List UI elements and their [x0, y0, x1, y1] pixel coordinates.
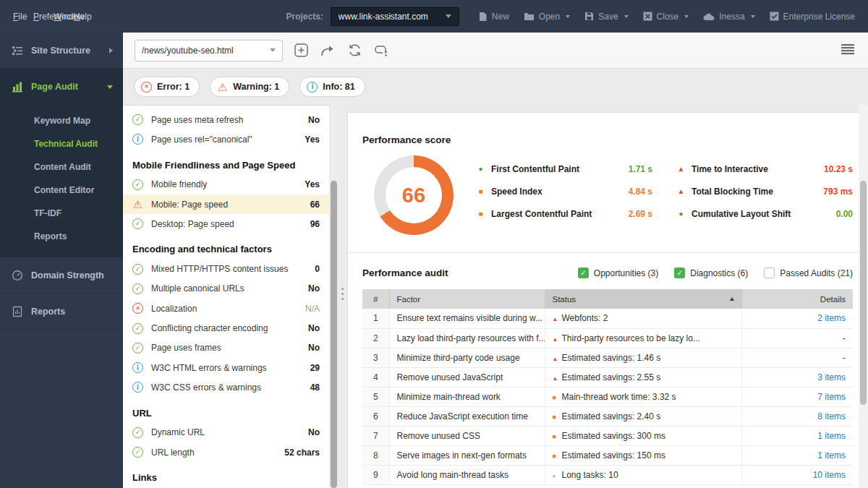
report-scrollbar-thumb[interactable]	[860, 181, 867, 405]
table-row[interactable]: 9 Avoid long main-thread tasks Long task…	[362, 465, 853, 484]
subnav-technical-audit[interactable]: Technical Audit	[0, 132, 123, 155]
metric-value: 1.71 s	[629, 164, 652, 174]
filter-opportunities[interactable]: Opportunities (3)	[578, 267, 658, 278]
factor-row[interactable]: Desktop: Page speed 96	[132, 214, 320, 234]
row-details-link[interactable]: 2 items	[741, 309, 853, 328]
row-details-link[interactable]: 10 items	[741, 465, 853, 484]
performance-audit-header: Performance audit Opportunities (3) Diag…	[362, 267, 853, 278]
menu-preferences[interactable]: Preferences	[33, 12, 41, 21]
factor-row[interactable]: W3C CSS errors & warnings 48	[132, 377, 320, 397]
factor-row[interactable]: Multiple canonical URLs No	[132, 279, 320, 299]
table-row[interactable]: 4 Remove unused JavaScript Estimated sav…	[362, 367, 853, 387]
row-details-link[interactable]: 1 items	[741, 426, 853, 445]
enterprise-license-button[interactable]: Enterprise License	[770, 12, 855, 22]
sidebar-item-site-structure[interactable]: Site Structure	[0, 33, 123, 69]
column-header-status[interactable]: Status	[545, 289, 741, 309]
menu-file[interactable]: File	[13, 12, 21, 21]
factor-row[interactable]: Dynamic URL No	[132, 423, 320, 442]
site-structure-icon	[12, 45, 23, 56]
close-project-button[interactable]: Close	[643, 12, 689, 22]
menu-window[interactable]: Window	[54, 12, 61, 21]
checkbox-checked-icon[interactable]	[578, 267, 589, 278]
factor-row[interactable]: Page uses rel="canonical" Yes	[132, 129, 320, 149]
row-num: 6	[362, 406, 389, 426]
table-row[interactable]: 6 Reduce JavaScript execution time Estim…	[362, 406, 853, 426]
factor-row[interactable]: Conflicting character encoding No	[132, 318, 320, 338]
page-url-select[interactable]: /news/youtube-seo.html	[135, 40, 283, 61]
factor-row[interactable]: Localization N/A	[132, 299, 320, 318]
panel-splitter[interactable]	[341, 288, 344, 300]
passed-icon	[132, 323, 143, 334]
table-row[interactable]: 1 Ensure text remains visible during w..…	[362, 309, 853, 328]
open-project-button[interactable]: Open	[524, 12, 570, 22]
table-row[interactable]: 7 Remove unused CSS Estimated savings: 3…	[362, 426, 853, 445]
subnav-keyword-map[interactable]: Keyword Map	[0, 109, 123, 132]
table-row[interactable]: 8 Serve images in next-gen formats Estim…	[362, 445, 853, 465]
column-header-details[interactable]: Details	[741, 289, 853, 309]
row-details-link[interactable]: 8 items	[741, 406, 853, 426]
factor-value: 96	[310, 219, 320, 229]
factor-label: Localization	[151, 304, 297, 314]
status-text: Estimated savings: 2.55 s	[562, 372, 661, 382]
filter-passed-audits[interactable]: Passed Audits (21)	[764, 267, 853, 278]
info-count-chip[interactable]: Info: 81	[299, 77, 365, 97]
info-icon	[132, 362, 143, 373]
row-factor: Lazy load third-party resources with f..…	[389, 328, 545, 348]
row-factor: Remove unused JavaScript	[389, 367, 545, 387]
subnav-tf-idf[interactable]: TF-IDF	[0, 202, 123, 225]
metric-label: Time to Interactive	[692, 164, 817, 174]
project-select[interactable]: www.link-assistant.com	[331, 7, 459, 26]
performance-score-section: 66 First Contentful Paint 1.71 s	[362, 155, 853, 235]
add-page-button[interactable]	[292, 42, 310, 59]
factors-scrollbar-thumb[interactable]	[331, 181, 337, 488]
error-count-chip[interactable]: Error: 1	[134, 77, 200, 97]
row-details-link[interactable]: 3 items	[741, 367, 853, 387]
view-menu-button[interactable]	[841, 43, 855, 58]
rebuild-project-button[interactable]	[373, 42, 390, 59]
row-num: 7	[362, 426, 389, 445]
row-num: 2	[362, 328, 389, 348]
row-factor: Ensure text remains visible during w...	[389, 309, 545, 328]
factor-row[interactable]: URL length 52 chars	[132, 442, 320, 462]
row-details-link[interactable]: 7 items	[741, 387, 853, 406]
error-icon	[132, 303, 143, 314]
checkbox-unchecked-icon[interactable]	[764, 267, 775, 278]
filter-label: Opportunities (3)	[594, 268, 658, 278]
table-row[interactable]: 5 Minimize main-thread work Main-thread …	[362, 387, 853, 406]
factor-label: Mobile friendly	[151, 179, 297, 189]
report-scrollbar-track[interactable]	[859, 105, 868, 488]
new-project-button[interactable]: New	[478, 12, 509, 22]
subnav-content-audit[interactable]: Content Audit	[0, 155, 123, 179]
column-header-factor[interactable]: Factor	[389, 289, 545, 309]
submit-page-button[interactable]	[319, 42, 336, 59]
refresh-page-button[interactable]	[346, 42, 363, 59]
factor-row[interactable]: Page uses frames No	[132, 338, 320, 358]
factor-row[interactable]: W3C HTML errors & warnings 29	[132, 358, 320, 377]
table-row[interactable]: 3 Minimize third-party code usage Estima…	[362, 348, 853, 367]
filter-diagnostics[interactable]: Diagnostics (6)	[674, 267, 748, 278]
factor-row[interactable]: Mixed HTTP/HTTPS content issues 0	[132, 259, 320, 278]
row-details: -	[741, 328, 853, 348]
factor-row-selected[interactable]: Mobile: Page speed 66	[123, 194, 329, 214]
table-row[interactable]: 2 Lazy load third-party resources with f…	[362, 328, 853, 348]
factor-row[interactable]: Page uses meta refresh No	[132, 110, 320, 129]
sidebar-item-reports[interactable]: Reports	[0, 294, 123, 330]
column-header-num[interactable]: #	[362, 289, 389, 309]
sidebar-item-page-audit[interactable]: Page Audit	[0, 69, 123, 105]
subnav-reports[interactable]: Reports	[0, 225, 123, 248]
menu-help[interactable]: Help	[74, 12, 82, 21]
row-details-link[interactable]: 1 items	[741, 445, 853, 465]
open-folder-icon	[524, 12, 535, 21]
sort-ascending-icon	[730, 297, 734, 301]
subnav-content-editor[interactable]: Content Editor	[0, 179, 123, 202]
save-project-button[interactable]: Save	[584, 12, 628, 22]
chevron-down-icon	[446, 14, 451, 18]
sidebar-item-domain-strength[interactable]: Domain Strength	[0, 257, 123, 294]
account-button[interactable]: Inessa	[703, 12, 754, 22]
warning-count-chip[interactable]: Warning: 1	[210, 77, 289, 97]
row-details: -	[741, 348, 853, 367]
factor-row[interactable]: Mobile friendly Yes	[132, 175, 320, 194]
checkbox-checked-icon[interactable]	[674, 267, 685, 278]
red-triangle-icon	[553, 314, 562, 322]
filter-label: Diagnostics (6)	[690, 268, 748, 278]
